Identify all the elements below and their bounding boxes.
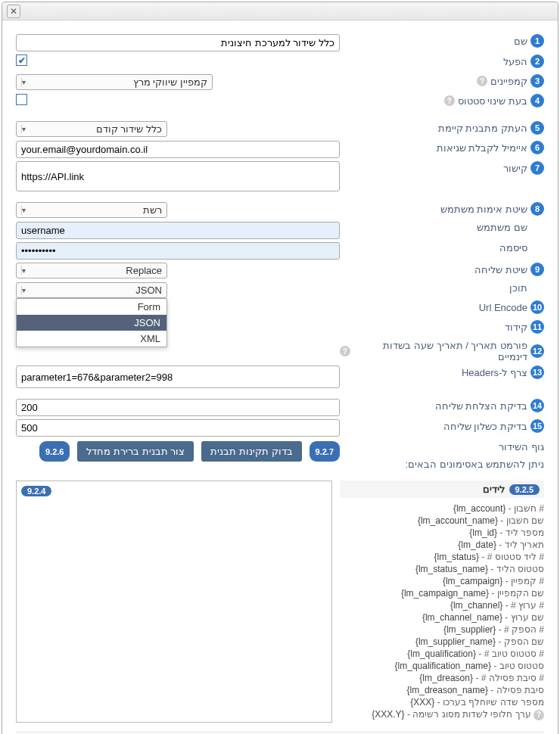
badge-926: 9.2.6 [39, 441, 70, 462]
status-change-checkbox[interactable]: ✔ [16, 94, 27, 105]
label-content: תוכן [509, 282, 527, 294]
close-button[interactable]: ✕ [7, 5, 20, 18]
badge-925: 9.2.5 [509, 484, 540, 495]
label-fail: בדיקת כשלון שליחה [443, 421, 527, 432]
badge-2: 2 [530, 54, 544, 68]
body-subtitle: ניתן להשתמש באסימונים הבאים: [406, 459, 544, 470]
enable-checkbox[interactable]: ✔ [16, 54, 27, 66]
token-line: {XXX} - מספר שדה שיוחלף בערכו [340, 696, 544, 708]
badge-927: 9.2.7 [310, 441, 340, 462]
send-method-value: Replace [126, 265, 162, 276]
content-option-xml[interactable]: XML [17, 331, 166, 347]
content-type-select[interactable]: ▾ JSON [16, 282, 167, 298]
label-status-change: בעת שינוי סטטוס [458, 95, 527, 107]
help-icon[interactable]: ? [534, 710, 544, 720]
label-success: בדיקת הצלחת שליחה [435, 400, 527, 412]
token-line: {XXX.Y} - ערך חלופי לשדות מסוג רשימה ? [340, 708, 544, 721]
label-headers: צרף ל-Headers [462, 367, 527, 378]
token-line: {lm_qualification_name} - סטטוס טיוב [340, 660, 544, 672]
badge-13: 13 [530, 365, 544, 379]
badge-12: 12 [530, 344, 544, 358]
label-campaigns: קמפיינים [490, 76, 527, 87]
badge-924: 9.2.4 [21, 486, 51, 496]
badge-6: 6 [530, 141, 544, 154]
token-line: {lm_qualification} - # סטטוס טיוב # [340, 648, 544, 660]
token-line: {lm_account} - חשבון # [340, 502, 544, 515]
chevron-down-icon: ▾ [21, 206, 30, 214]
link-input[interactable] [16, 161, 340, 191]
chevron-down-icon: ▾ [21, 125, 30, 133]
token-line: {lm_date} - תאריך ליד [340, 539, 544, 551]
token-line: {lm_supplier} - # הספק # [340, 624, 544, 636]
badge-8: 8 [530, 202, 544, 216]
help-icon[interactable]: ? [340, 346, 350, 356]
token-line: {lm_id} - מספר ליד [340, 527, 544, 539]
content-type-dropdown: Form JSON XML [16, 298, 167, 347]
label-enable: הפעל [503, 56, 527, 67]
token-line: {lm_channel} - # ערוץ # [340, 599, 544, 611]
label-copy-template: העתק מתבנית קיימת [438, 123, 527, 134]
username-input[interactable] [16, 222, 340, 239]
chevron-down-icon: ▾ [21, 266, 30, 275]
token-line: {lm_status} - # ליד סטטוס # [340, 551, 544, 563]
badge-14: 14 [530, 399, 544, 412]
help-icon[interactable]: ? [477, 76, 487, 86]
badge-3: 3 [530, 74, 544, 88]
label-url-encode: Url Encode [479, 302, 527, 313]
copy-template-value: כלל שידור קודם [96, 123, 162, 135]
label-username: שם משתמש [477, 222, 527, 233]
label-send-method: שיטת שליחה [474, 264, 527, 275]
name-input[interactable] [16, 34, 340, 51]
dialog-titlebar: ✕ [2, 2, 558, 20]
label-name: שם [514, 36, 527, 47]
badge-9: 9 [530, 263, 544, 276]
content-type-value: JSON [135, 285, 162, 296]
template-editor[interactable]: 9.2.4 [16, 481, 332, 723]
token-line: {lm_channel_name} - שם ערוץ [340, 611, 544, 624]
auth-select[interactable]: רשת ▾ [16, 202, 167, 218]
help-icon[interactable]: ? [444, 95, 455, 106]
auth-value: רשת [143, 204, 162, 216]
send-method-select[interactable]: ▾ Replace [16, 263, 167, 278]
badge-4: 4 [530, 94, 544, 107]
label-date-format: פורמט תאריך / תאריך שעה בשדות דינמיים [353, 340, 527, 362]
label-encoding: קידוד [505, 322, 527, 333]
create-default-template-button[interactable]: צור תבנית ברירת מחדל [77, 441, 194, 462]
campaigns-select[interactable]: קמפיין שיווקי מרץ ▾ [16, 74, 213, 90]
tokens-title: לידים [483, 484, 505, 495]
token-line: {lm_dreason} - # סיבת פסילה # [340, 672, 544, 684]
error-email-input[interactable] [16, 141, 340, 158]
password-input[interactable] [16, 242, 340, 260]
token-line: {lm_account_name} - שם חשבון [340, 515, 544, 527]
label-password: סיסמה [499, 242, 527, 253]
badge-11: 11 [530, 320, 544, 334]
label-auth: שיטת אימות משתמש [440, 204, 527, 215]
body-title: גוף השידור [499, 441, 544, 453]
content-option-json[interactable]: JSON [17, 315, 166, 331]
badge-15: 15 [530, 419, 544, 433]
token-line: {lm_dreason_name} - סיבת פסילה [340, 684, 544, 696]
content-option-form[interactable]: Form [17, 299, 166, 315]
badge-1: 1 [530, 34, 544, 48]
fail-input[interactable] [16, 419, 340, 437]
chevron-down-icon: ▾ [21, 78, 30, 86]
success-input[interactable] [16, 399, 340, 416]
badge-5: 5 [530, 121, 544, 135]
label-link: קישור [503, 163, 527, 174]
token-line: {lm_status_name} - סטטוס הליד [340, 563, 544, 575]
headers-input[interactable] [16, 365, 340, 388]
copy-template-select[interactable]: כלל שידור קודם ▾ [16, 121, 167, 137]
label-error-email: איימיל לקבלת שגיאות [437, 142, 527, 154]
token-line: {lm_campaign_name} - שם הקמפיין [340, 587, 544, 599]
validate-template-button[interactable]: בדוק תקינות תבנית [201, 441, 301, 462]
chevron-down-icon: ▾ [21, 286, 30, 294]
badge-7: 7 [530, 161, 544, 175]
token-line: {lm_campaign} - קמפיין # [340, 575, 544, 587]
campaigns-value: קמפיין שיווקי מרץ [133, 76, 207, 88]
badge-10: 10 [530, 300, 544, 314]
token-line: {lm_supplier_name} - שם הספק [340, 636, 544, 648]
